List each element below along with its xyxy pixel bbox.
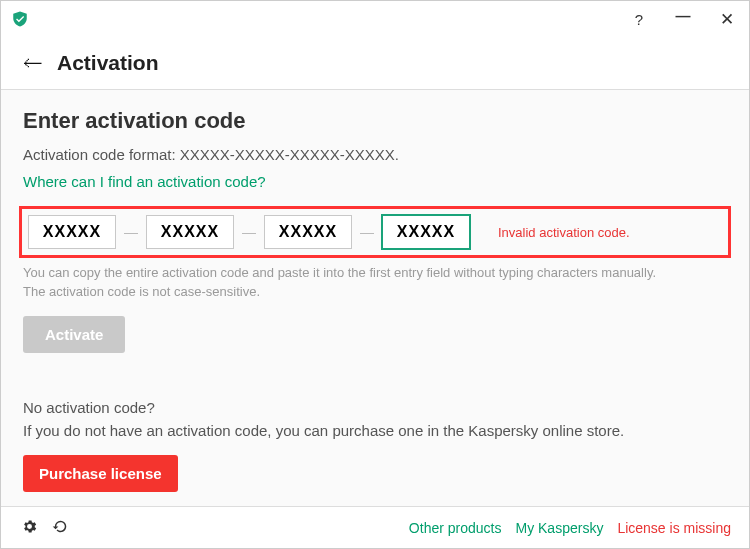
- dash-icon: —: [124, 224, 138, 240]
- back-button[interactable]: 🡐: [23, 52, 43, 75]
- minimize-button[interactable]: —: [661, 1, 705, 37]
- no-activation-heading: No activation code?: [23, 399, 727, 416]
- dash-icon: —: [242, 224, 256, 240]
- activation-code-highlight: — — — Invalid activation code.: [19, 206, 731, 258]
- invalid-code-message: Invalid activation code.: [498, 225, 630, 240]
- purchase-license-button[interactable]: Purchase license: [23, 455, 178, 492]
- code-segment-1[interactable]: [28, 215, 116, 249]
- update-button[interactable]: [52, 518, 69, 538]
- help-button[interactable]: ?: [617, 1, 661, 37]
- page-title: Activation: [57, 51, 159, 75]
- activation-code-row: — — — Invalid activation code.: [28, 215, 722, 249]
- refresh-icon: [52, 518, 69, 538]
- activate-button[interactable]: Activate: [23, 316, 125, 353]
- content-area: Enter activation code Activation code fo…: [1, 90, 749, 506]
- paste-hint: You can copy the entire activation code …: [23, 264, 727, 302]
- app-logo-icon: [11, 10, 29, 28]
- titlebar: ? — ✕: [1, 1, 749, 37]
- page-header: 🡐 Activation: [1, 37, 749, 90]
- settings-button[interactable]: [21, 518, 38, 538]
- help-link[interactable]: Where can I find an activation code?: [23, 173, 266, 190]
- hint-line-2: The activation code is not case-sensitiv…: [23, 283, 727, 302]
- minimize-icon: —: [676, 7, 691, 24]
- close-button[interactable]: ✕: [705, 1, 749, 37]
- dash-icon: —: [360, 224, 374, 240]
- help-icon: ?: [635, 11, 643, 28]
- other-products-link[interactable]: Other products: [409, 520, 502, 536]
- gear-icon: [21, 518, 38, 538]
- my-kaspersky-link[interactable]: My Kaspersky: [515, 520, 603, 536]
- no-activation-subtext: If you do not have an activation code, y…: [23, 420, 727, 441]
- code-segment-3[interactable]: [264, 215, 352, 249]
- close-icon: ✕: [720, 9, 734, 30]
- code-segment-4[interactable]: [382, 215, 470, 249]
- footer: Other products My Kaspersky License is m…: [1, 506, 749, 548]
- content-heading: Enter activation code: [23, 108, 727, 134]
- arrow-left-icon: 🡐: [23, 52, 43, 74]
- code-segment-2[interactable]: [146, 215, 234, 249]
- format-hint: Activation code format: XXXXX-XXXXX-XXXX…: [23, 146, 727, 163]
- license-status-link[interactable]: License is missing: [617, 520, 731, 536]
- hint-line-1: You can copy the entire activation code …: [23, 264, 727, 283]
- no-activation-section: No activation code? If you do not have a…: [23, 399, 727, 492]
